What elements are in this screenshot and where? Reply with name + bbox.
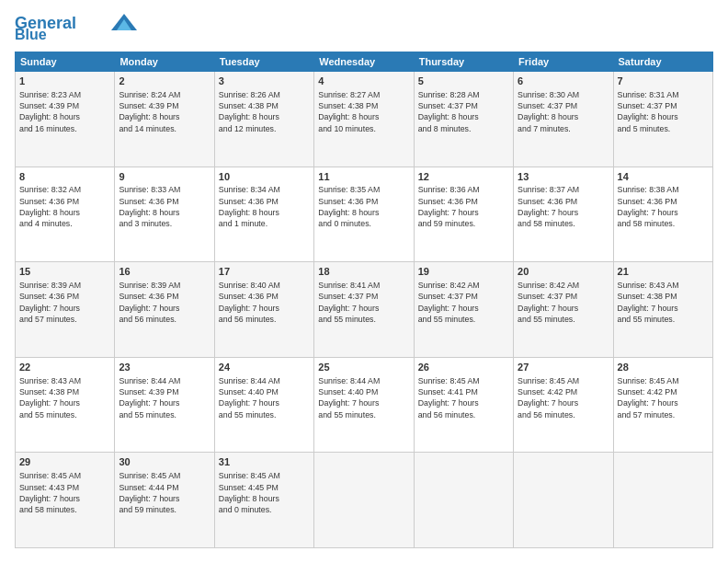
day-number: 21 [618, 265, 709, 279]
day-info: Sunrise: 8:42 AM Sunset: 4:37 PM Dayligh… [518, 280, 609, 325]
day-number: 20 [518, 265, 609, 279]
calendar-day-cell: 11Sunrise: 8:35 AM Sunset: 4:36 PM Dayli… [314, 167, 414, 262]
calendar-day-cell: 16Sunrise: 8:39 AM Sunset: 4:36 PM Dayli… [115, 262, 214, 358]
calendar-day-cell: 9Sunrise: 8:33 AM Sunset: 4:36 PM Daylig… [115, 167, 214, 262]
calendar-day-cell: 3Sunrise: 8:26 AM Sunset: 4:38 PM Daylig… [214, 72, 313, 167]
calendar-day-cell: 17Sunrise: 8:40 AM Sunset: 4:36 PM Dayli… [214, 262, 313, 358]
day-info: Sunrise: 8:41 AM Sunset: 4:37 PM Dayligh… [318, 280, 409, 325]
day-info: Sunrise: 8:45 AM Sunset: 4:44 PM Dayligh… [119, 470, 210, 515]
day-number: 30 [119, 455, 210, 469]
day-number: 6 [518, 75, 609, 88]
calendar-day-cell: 20Sunrise: 8:42 AM Sunset: 4:37 PM Dayli… [514, 262, 613, 358]
day-info: Sunrise: 8:24 AM Sunset: 4:39 PM Dayligh… [119, 89, 210, 134]
day-number: 11 [318, 170, 409, 184]
calendar-day-header: Tuesday [214, 52, 313, 72]
day-number: 17 [219, 265, 310, 279]
day-number: 8 [19, 170, 110, 184]
day-number: 18 [318, 265, 409, 279]
day-info: Sunrise: 8:32 AM Sunset: 4:36 PM Dayligh… [19, 184, 110, 229]
calendar-day-cell: 26Sunrise: 8:45 AM Sunset: 4:41 PM Dayli… [414, 357, 513, 453]
day-info: Sunrise: 8:30 AM Sunset: 4:37 PM Dayligh… [518, 89, 609, 134]
day-info: Sunrise: 8:35 AM Sunset: 4:36 PM Dayligh… [318, 184, 409, 229]
day-info: Sunrise: 8:43 AM Sunset: 4:38 PM Dayligh… [618, 280, 709, 325]
day-info: Sunrise: 8:28 AM Sunset: 4:37 PM Dayligh… [418, 89, 509, 134]
day-number: 14 [618, 170, 709, 184]
calendar-week-row: 22Sunrise: 8:43 AM Sunset: 4:38 PM Dayli… [16, 357, 713, 453]
header: General Blue [15, 15, 713, 42]
day-info: Sunrise: 8:44 AM Sunset: 4:40 PM Dayligh… [219, 375, 310, 420]
day-info: Sunrise: 8:37 AM Sunset: 4:36 PM Dayligh… [518, 184, 609, 229]
day-number: 28 [618, 361, 709, 374]
calendar-day-cell: 7Sunrise: 8:31 AM Sunset: 4:37 PM Daylig… [613, 72, 712, 167]
calendar-day-cell: 19Sunrise: 8:42 AM Sunset: 4:37 PM Dayli… [414, 262, 513, 358]
day-info: Sunrise: 8:45 AM Sunset: 4:41 PM Dayligh… [418, 375, 509, 420]
calendar-day-cell: 27Sunrise: 8:45 AM Sunset: 4:42 PM Dayli… [514, 357, 613, 453]
calendar-day-header: Wednesday [314, 52, 414, 72]
day-number: 19 [418, 265, 509, 279]
calendar-day-cell: 18Sunrise: 8:41 AM Sunset: 4:37 PM Dayli… [314, 262, 414, 358]
calendar-day-header: Friday [514, 52, 613, 72]
day-number: 27 [518, 361, 609, 374]
day-info: Sunrise: 8:45 AM Sunset: 4:42 PM Dayligh… [518, 375, 609, 420]
day-info: Sunrise: 8:45 AM Sunset: 4:43 PM Dayligh… [19, 470, 110, 515]
calendar-day-header: Sunday [16, 52, 115, 72]
day-info: Sunrise: 8:45 AM Sunset: 4:45 PM Dayligh… [219, 470, 310, 515]
day-info: Sunrise: 8:39 AM Sunset: 4:36 PM Dayligh… [19, 280, 110, 325]
calendar: SundayMondayTuesdayWednesdayThursdayFrid… [15, 52, 713, 548]
calendar-day-header: Thursday [414, 52, 513, 72]
calendar-day-cell: 4Sunrise: 8:27 AM Sunset: 4:38 PM Daylig… [314, 72, 414, 167]
day-number: 31 [219, 455, 310, 469]
calendar-day-cell: 30Sunrise: 8:45 AM Sunset: 4:44 PM Dayli… [115, 453, 214, 548]
day-info: Sunrise: 8:23 AM Sunset: 4:39 PM Dayligh… [19, 89, 110, 134]
day-number: 9 [119, 170, 210, 184]
day-info: Sunrise: 8:44 AM Sunset: 4:40 PM Dayligh… [318, 375, 409, 420]
calendar-day-cell: 21Sunrise: 8:43 AM Sunset: 4:38 PM Dayli… [613, 262, 712, 358]
day-number: 24 [219, 361, 310, 374]
calendar-week-row: 8Sunrise: 8:32 AM Sunset: 4:36 PM Daylig… [16, 167, 713, 262]
day-number: 7 [618, 75, 709, 88]
day-number: 5 [418, 75, 509, 88]
calendar-day-cell: 31Sunrise: 8:45 AM Sunset: 4:45 PM Dayli… [214, 453, 313, 548]
calendar-day-cell: 2Sunrise: 8:24 AM Sunset: 4:39 PM Daylig… [115, 72, 214, 167]
day-info: Sunrise: 8:36 AM Sunset: 4:36 PM Dayligh… [418, 184, 509, 229]
calendar-day-header: Saturday [613, 52, 712, 72]
day-info: Sunrise: 8:39 AM Sunset: 4:36 PM Dayligh… [119, 280, 210, 325]
calendar-day-cell: 24Sunrise: 8:44 AM Sunset: 4:40 PM Dayli… [214, 357, 313, 453]
calendar-day-cell [514, 453, 613, 548]
calendar-body: 1Sunrise: 8:23 AM Sunset: 4:39 PM Daylig… [16, 72, 713, 548]
calendar-day-cell: 28Sunrise: 8:45 AM Sunset: 4:42 PM Dayli… [613, 357, 712, 453]
logo: General Blue [15, 15, 137, 42]
day-number: 2 [119, 75, 210, 88]
day-info: Sunrise: 8:44 AM Sunset: 4:39 PM Dayligh… [119, 375, 210, 420]
day-info: Sunrise: 8:33 AM Sunset: 4:36 PM Dayligh… [119, 184, 210, 229]
day-info: Sunrise: 8:26 AM Sunset: 4:38 PM Dayligh… [219, 89, 310, 134]
calendar-week-row: 15Sunrise: 8:39 AM Sunset: 4:36 PM Dayli… [16, 262, 713, 358]
day-number: 10 [219, 170, 310, 184]
day-number: 1 [19, 75, 110, 88]
calendar-day-cell: 15Sunrise: 8:39 AM Sunset: 4:36 PM Dayli… [16, 262, 115, 358]
calendar-day-cell: 1Sunrise: 8:23 AM Sunset: 4:39 PM Daylig… [16, 72, 115, 167]
calendar-day-cell: 13Sunrise: 8:37 AM Sunset: 4:36 PM Dayli… [514, 167, 613, 262]
day-info: Sunrise: 8:38 AM Sunset: 4:36 PM Dayligh… [618, 184, 709, 229]
day-number: 12 [418, 170, 509, 184]
calendar-day-cell: 23Sunrise: 8:44 AM Sunset: 4:39 PM Dayli… [115, 357, 214, 453]
day-number: 25 [318, 361, 409, 374]
day-info: Sunrise: 8:40 AM Sunset: 4:36 PM Dayligh… [219, 280, 310, 325]
calendar-day-cell [414, 453, 513, 548]
calendar-day-cell: 8Sunrise: 8:32 AM Sunset: 4:36 PM Daylig… [16, 167, 115, 262]
page: General Blue SundayMondayTuesdayWednesda… [0, 0, 728, 563]
day-info: Sunrise: 8:43 AM Sunset: 4:38 PM Dayligh… [19, 375, 110, 420]
day-info: Sunrise: 8:31 AM Sunset: 4:37 PM Dayligh… [618, 89, 709, 134]
calendar-day-cell: 6Sunrise: 8:30 AM Sunset: 4:37 PM Daylig… [514, 72, 613, 167]
calendar-day-cell [314, 453, 414, 548]
day-number: 13 [518, 170, 609, 184]
calendar-day-cell: 14Sunrise: 8:38 AM Sunset: 4:36 PM Dayli… [613, 167, 712, 262]
day-number: 22 [19, 361, 110, 374]
calendar-day-cell: 22Sunrise: 8:43 AM Sunset: 4:38 PM Dayli… [16, 357, 115, 453]
calendar-day-cell [613, 453, 712, 548]
logo-icon [111, 14, 137, 30]
day-number: 29 [19, 455, 110, 469]
calendar-day-cell: 5Sunrise: 8:28 AM Sunset: 4:37 PM Daylig… [414, 72, 513, 167]
calendar-day-header: Monday [115, 52, 214, 72]
day-number: 16 [119, 265, 210, 279]
